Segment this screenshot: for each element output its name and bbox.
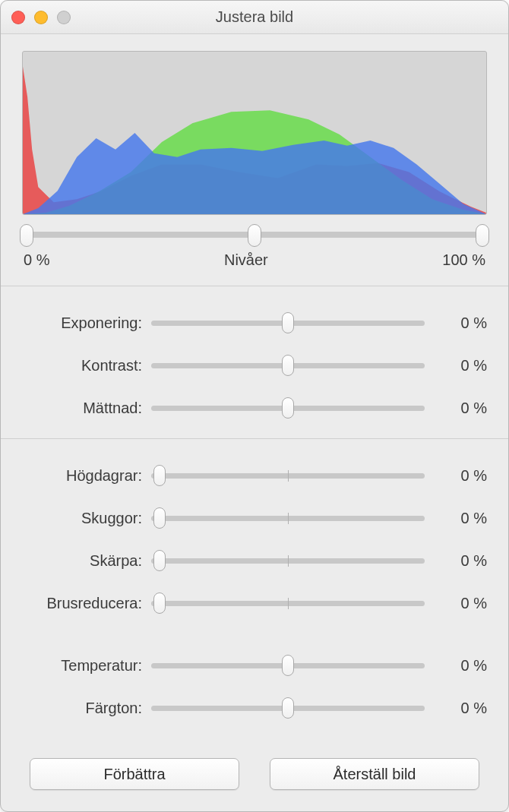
slider-value-highlights: 0 %: [425, 467, 487, 485]
slider-value-temperature: 0 %: [425, 657, 487, 675]
slider-track: [151, 473, 425, 479]
slider-center-tick: [288, 470, 289, 482]
levels-label-right: 100 %: [442, 251, 485, 269]
slider-track: [151, 706, 425, 711]
slider-center-tick: [288, 513, 289, 524]
slider-label-saturation: Mättnad:: [22, 400, 151, 417]
titlebar: Justera bild: [1, 1, 508, 34]
slider-row-denoise: Brusreducera:0 %: [22, 582, 487, 624]
button-row: Förbättra Återställ bild: [1, 744, 508, 811]
slider-temperature[interactable]: [151, 655, 425, 676]
slider-thumb[interactable]: [282, 312, 294, 333]
slider-row-contrast: Kontrast:0 %: [22, 344, 487, 387]
slider-track: [151, 601, 425, 606]
slider-tint[interactable]: [151, 697, 425, 719]
slider-saturation[interactable]: [151, 397, 425, 419]
slider-value-saturation: 0 %: [425, 400, 487, 417]
window-title: Justera bild: [1, 8, 508, 26]
slider-value-exposure: 0 %: [425, 314, 487, 332]
slider-thumb[interactable]: [153, 550, 166, 571]
slider-value-shadows: 0 %: [425, 510, 487, 527]
levels-labels: 0 % Nivåer 100 %: [22, 251, 487, 269]
slider-highlights[interactable]: [151, 465, 425, 486]
slider-track: [151, 321, 425, 326]
slider-row-highlights: Högdagrar:0 %: [22, 454, 487, 497]
sliders-group-1: Exponering:0 %Kontrast:0 %Mättnad:0 %: [1, 286, 508, 432]
slider-label-temperature: Temperatur:: [22, 657, 151, 675]
slider-value-sharpness: 0 %: [425, 552, 487, 570]
zoom-icon: [57, 11, 71, 24]
slider-center-tick: [288, 598, 289, 609]
slider-value-denoise: 0 %: [425, 595, 487, 612]
slider-track: [151, 663, 425, 668]
reset-button[interactable]: Återställ bild: [270, 758, 479, 790]
slider-label-sharpness: Skärpa:: [22, 552, 151, 570]
levels-handle-white[interactable]: [476, 224, 489, 247]
slider-track: [151, 363, 425, 368]
slider-thumb[interactable]: [282, 397, 294, 419]
window-controls: [11, 11, 71, 24]
adjust-image-window: Justera bild 0 %: [0, 0, 509, 812]
slider-thumb[interactable]: [153, 592, 166, 614]
slider-thumb[interactable]: [282, 355, 294, 376]
slider-label-denoise: Brusreducera:: [22, 595, 151, 612]
slider-label-tint: Färgton:: [22, 700, 151, 717]
enhance-button[interactable]: Förbättra: [30, 758, 239, 790]
close-icon[interactable]: [11, 11, 25, 24]
histogram: [22, 51, 487, 215]
slider-label-contrast: Kontrast:: [22, 357, 151, 374]
slider-row-tint: Färgton:0 %: [22, 687, 487, 729]
slider-row-shadows: Skuggor:0 %: [22, 497, 487, 539]
levels-label-center: Nivåer: [49, 251, 442, 269]
slider-track: [151, 558, 425, 564]
levels-label-left: 0 %: [24, 251, 49, 269]
slider-sharpness[interactable]: [151, 550, 425, 571]
slider-thumb[interactable]: [282, 655, 294, 676]
slider-contrast[interactable]: [151, 355, 425, 376]
slider-label-exposure: Exponering:: [22, 314, 151, 332]
slider-value-tint: 0 %: [425, 700, 487, 717]
slider-label-highlights: Högdagrar:: [22, 467, 151, 485]
slider-denoise[interactable]: [151, 592, 425, 614]
slider-track: [151, 406, 425, 411]
slider-track: [151, 516, 425, 521]
slider-row-temperature: Temperatur:0 %: [22, 644, 487, 687]
levels-handle-mid[interactable]: [248, 224, 261, 247]
slider-thumb[interactable]: [282, 697, 294, 719]
slider-row-saturation: Mättnad:0 %: [22, 387, 487, 429]
slider-label-shadows: Skuggor:: [22, 510, 151, 527]
window-content: 0 % Nivåer 100 % Exponering:0 %Kontrast:…: [1, 34, 508, 811]
slider-row-exposure: Exponering:0 %: [22, 302, 487, 344]
slider-shadows[interactable]: [151, 507, 425, 529]
minimize-icon[interactable]: [34, 11, 48, 24]
sliders-group-2: Högdagrar:0 %Skuggor:0 %Skärpa:0 %Brusre…: [1, 439, 508, 627]
slider-thumb[interactable]: [153, 465, 166, 486]
levels-slider[interactable]: [22, 224, 487, 247]
slider-thumb[interactable]: [153, 507, 166, 529]
slider-row-sharpness: Skärpa:0 %: [22, 539, 487, 582]
slider-exposure[interactable]: [151, 312, 425, 333]
slider-center-tick: [288, 555, 289, 567]
sliders-group-3: Temperatur:0 %Färgton:0 %: [1, 641, 508, 732]
slider-value-contrast: 0 %: [425, 357, 487, 374]
histogram-area: 0 % Nivåer 100 %: [1, 34, 508, 280]
levels-handle-black[interactable]: [20, 224, 33, 247]
